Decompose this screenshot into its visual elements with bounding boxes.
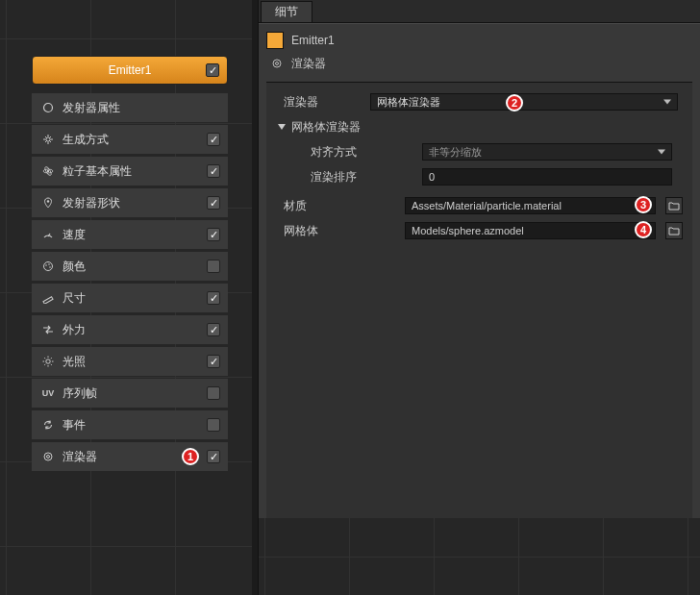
svg-line-18 [51, 358, 52, 359]
atom-icon [41, 164, 55, 178]
svg-point-23 [276, 62, 279, 65]
sidebar-item-checkbox[interactable] [207, 228, 220, 241]
sidebar-item-emitter-props[interactable]: 发射器属性 [32, 93, 228, 122]
svg-point-11 [46, 359, 50, 363]
detail-object-name: Emitter1 [291, 34, 335, 47]
material-browse-button[interactable] [665, 197, 683, 214]
sparks-icon [41, 133, 55, 146]
sidebar-item-color[interactable]: 颜色 [32, 252, 228, 281]
svg-point-21 [47, 456, 50, 459]
tab-label: 细节 [275, 4, 298, 20]
detail-object-row: Emitter1 [266, 30, 692, 51]
renderer-dropdown[interactable]: 网格体渲染器 2 [370, 93, 678, 111]
svg-point-9 [49, 266, 51, 268]
prop-renderer: 渲染器 网格体渲染器 2 [284, 92, 683, 112]
triangle-down-icon [278, 124, 286, 130]
sidebar-item-label: 发射器属性 [62, 100, 220, 116]
tab-details[interactable]: 细节 [261, 1, 312, 22]
sidebar-item-spawn[interactable]: 生成方式 [32, 125, 228, 154]
callout-1: 1 [182, 448, 199, 465]
emitter-header-checkbox[interactable] [206, 63, 219, 77]
details-body: Emitter1 渲染器 渲染器 网格体渲染器 2 网格体渲染器 对齐方式 [259, 23, 700, 595]
section-mesh-renderer[interactable]: 网格体渲染器 [278, 117, 683, 136]
mesh-input[interactable]: Models/sphere.azmodel [405, 222, 656, 239]
sidebar-item-label: 光照 [62, 354, 199, 370]
sidebar-item-light[interactable]: 光照 [32, 347, 228, 376]
detail-properties: 渲染器 网格体渲染器 2 网格体渲染器 对齐方式 非等分缩放 渲染排 [266, 82, 692, 528]
sidebar-item-checkbox[interactable] [207, 450, 220, 463]
align-dropdown-value: 非等分缩放 [429, 145, 482, 160]
sidebar-item-force[interactable]: 外力 [32, 315, 228, 344]
mesh-browse-button[interactable] [665, 222, 683, 239]
sun-icon [41, 355, 55, 368]
prop-align: 对齐方式 非等分缩放 [284, 142, 683, 161]
mesh-value: Models/sphere.azmodel [412, 225, 524, 236]
sidebar-item-checkbox[interactable] [207, 386, 220, 400]
align-dropdown[interactable]: 非等分缩放 [422, 143, 672, 161]
chevron-down-icon [663, 100, 671, 105]
sidebar-item-renderer[interactable]: 渲染器 1 [32, 442, 228, 471]
material-input[interactable]: Assets/Material/particle.material [405, 197, 656, 214]
arrows-icon [41, 323, 55, 336]
sidebar-item-label: 颜色 [62, 259, 199, 275]
ruler-icon [41, 291, 55, 305]
sidebar-item-label: 速度 [62, 227, 199, 243]
svg-point-8 [48, 263, 50, 265]
sidebar-item-checkbox[interactable] [207, 323, 220, 336]
prop-mesh: 网格体 Models/sphere.azmodel 4 [284, 221, 683, 240]
sidebar-item-checkbox[interactable] [207, 133, 220, 146]
renderer-dropdown-value: 网格体渲染器 [377, 95, 440, 110]
grid-background-bottom [259, 518, 700, 595]
order-value: 0 [429, 171, 435, 183]
emitter-header[interactable]: Emitter1 [32, 56, 228, 85]
sidebar-item-checkbox[interactable] [207, 164, 220, 178]
svg-rect-10 [43, 297, 53, 304]
sidebar-item-label: 粒子基本属性 [62, 163, 199, 180]
sidebar-item-checkbox[interactable] [207, 291, 220, 305]
sidebar-item-checkbox[interactable] [207, 260, 220, 273]
prop-label-order: 渲染排序 [284, 169, 416, 186]
svg-point-4 [47, 200, 49, 202]
palette-icon [41, 260, 55, 273]
callout-4: 4 [635, 221, 652, 238]
detail-section-renderer[interactable]: 渲染器 [266, 53, 692, 74]
module-sidebar: Emitter1 发射器属性 生成方式 粒子基本属性 发射器形状 速度 [0, 0, 252, 595]
prop-order: 渲染排序 0 [284, 167, 683, 186]
color-swatch[interactable] [266, 32, 284, 49]
sidebar-item-size[interactable]: 尺寸 [32, 284, 228, 312]
svg-point-0 [44, 104, 53, 112]
order-input[interactable]: 0 [422, 168, 672, 186]
sidebar-item-particle-base[interactable]: 粒子基本属性 [32, 157, 228, 186]
folder-icon [668, 201, 680, 211]
prop-label-mesh: 网格体 [284, 223, 364, 239]
sidebar-item-label: 渲染器 [62, 449, 199, 465]
sidebar-item-event[interactable]: 事件 [32, 410, 228, 439]
svg-point-7 [45, 264, 47, 266]
renderer-icon [270, 57, 284, 70]
prop-material: 材质 Assets/Material/particle.material 3 [284, 196, 683, 215]
callout-2: 2 [506, 94, 523, 112]
gauge-icon [41, 228, 55, 241]
sidebar-item-uv[interactable]: UV 序列帧 [32, 379, 228, 408]
svg-line-19 [44, 364, 45, 365]
sidebar-item-checkbox[interactable] [207, 355, 220, 368]
svg-point-1 [47, 170, 49, 172]
svg-point-22 [273, 60, 281, 67]
refresh-icon [41, 418, 55, 432]
svg-point-20 [44, 453, 52, 460]
emitter-header-label: Emitter1 [109, 63, 152, 77]
svg-line-16 [44, 358, 45, 359]
sidebar-list: Emitter1 发射器属性 生成方式 粒子基本属性 发射器形状 速度 [32, 56, 228, 471]
sidebar-item-label: 生成方式 [62, 132, 199, 148]
sidebar-item-label: 外力 [62, 322, 199, 338]
sidebar-item-checkbox[interactable] [207, 418, 220, 432]
sidebar-item-shape[interactable]: 发射器形状 [32, 188, 228, 217]
renderer-icon [41, 450, 55, 463]
detail-section-label: 渲染器 [291, 56, 326, 72]
sidebar-item-velocity[interactable]: 速度 [32, 220, 228, 249]
uv-icon: UV [41, 386, 55, 400]
prop-label-renderer: 渲染器 [284, 94, 364, 111]
sidebar-item-checkbox[interactable] [207, 196, 220, 210]
svg-line-17 [51, 364, 52, 365]
sidebar-item-label: 序列帧 [62, 385, 199, 402]
